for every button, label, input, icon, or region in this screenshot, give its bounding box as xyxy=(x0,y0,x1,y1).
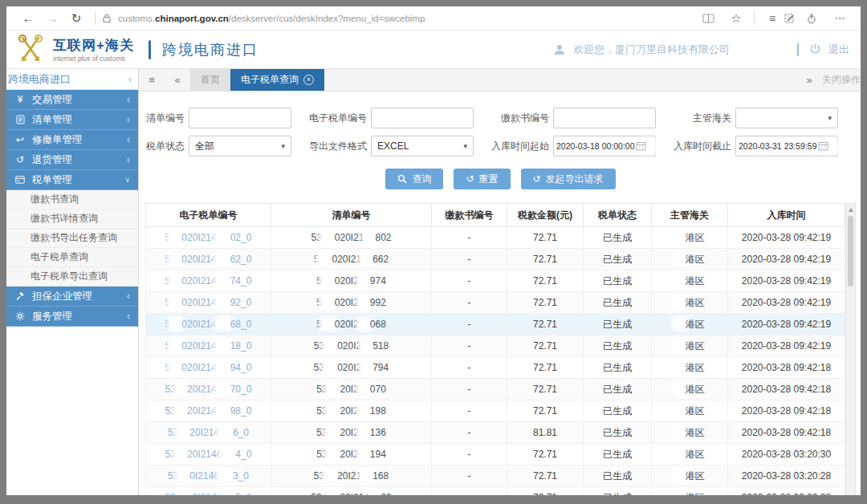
tab-etax-query[interactable]: 电子税单查询 × xyxy=(230,69,324,91)
list-number: 5020I2992 xyxy=(316,297,386,308)
forward-icon[interactable]: → xyxy=(40,11,64,25)
calendar-icon[interactable] xyxy=(636,141,646,151)
web-note-icon[interactable] xyxy=(784,13,806,24)
redacted-blur xyxy=(327,493,340,495)
table-row[interactable]: 5340I21465_053420I21466-72.71已生成港区2020-0… xyxy=(146,487,845,496)
table-row[interactable]: 5320I2146_05320I2136-81.81已生成港区2020-03-2… xyxy=(146,422,845,444)
sidebar-item[interactable]: ↩修撤单管理‹ xyxy=(6,130,138,150)
etax-number-link[interactable]: 5320I21470_0 xyxy=(165,384,252,395)
table-row[interactable]: 5320I21464_05320I2194-72.71已生成港区2020-03-… xyxy=(146,444,845,465)
etax-number-link[interactable]: 5320I21464_0 xyxy=(165,449,252,460)
address-bar[interactable]: customs.chinaport.gov.cn/deskserver/cus/… xyxy=(118,14,425,23)
sidebar-item[interactable]: 服务管理‹ xyxy=(6,307,138,327)
menu-toggle-icon[interactable]: ≡ xyxy=(139,69,165,91)
table-row[interactable]: 5020I21492_05020I2992-72.71已生成港区2020-03-… xyxy=(146,292,845,314)
query-button[interactable]: 查询 xyxy=(385,169,443,189)
redacted-blur xyxy=(217,298,230,307)
sidebar-subitem[interactable]: 缴款书查询 xyxy=(6,190,138,209)
sidebar-item[interactable]: 清单管理‹ xyxy=(6,110,138,130)
more-icon[interactable]: ⋯ xyxy=(828,12,851,24)
table-row[interactable]: 5020I21474_05020I2974-72.71已生成港区2020-03-… xyxy=(146,270,845,292)
etax-number-link[interactable]: 5020I21402_0 xyxy=(165,232,252,243)
return-icon: ↺ xyxy=(14,154,26,165)
yen-icon: ¥ xyxy=(14,94,26,105)
table-row[interactable]: 5020I21468_05020I2068-72.71已生成港区2020-03-… xyxy=(146,314,845,335)
etax-number-link[interactable]: 5020I21462_0 xyxy=(165,254,252,265)
tab-close-icon[interactable]: × xyxy=(303,75,314,85)
calendar-icon[interactable] xyxy=(818,141,828,151)
select-dropdown[interactable]: EXCEL▾ xyxy=(371,136,474,156)
field-label: 缴款书编号 xyxy=(501,112,549,125)
export-request-button[interactable]: ↺发起导出请求 xyxy=(521,169,616,189)
etax-number-link[interactable]: 5320I21498_0 xyxy=(165,405,252,417)
undo-icon: ↩ xyxy=(14,134,26,145)
customs-cell: 港区 xyxy=(652,487,728,496)
table-row[interactable]: 5020I21494_053020I2794-72.71已生成港区2020-03… xyxy=(146,357,845,379)
sidebar-item[interactable]: ¥交易管理‹ xyxy=(6,90,138,110)
datetime-input[interactable]: 2020-03-18 00:00:00 xyxy=(553,136,656,156)
reading-view-icon[interactable] xyxy=(702,14,725,23)
chevron-left-icon: ‹ xyxy=(127,291,130,302)
table-row[interactable]: 5020I21418_053020I2518-72.71已生成港区2020-03… xyxy=(146,335,845,357)
refresh-icon[interactable]: ↻ xyxy=(64,11,88,26)
caret-down-icon: ▾ xyxy=(281,142,285,150)
text-input[interactable] xyxy=(553,108,656,128)
etax-number-link[interactable]: 5020I21418_0 xyxy=(165,340,252,352)
table-row[interactable]: 5320I21498_05320I2198-72.71已生成港区2020-03-… xyxy=(146,400,845,422)
customs-cell: 港区 xyxy=(652,465,728,487)
sidebar-item-label: 担保企业管理 xyxy=(32,290,92,303)
redacted-blur xyxy=(369,493,381,495)
column-header: 税单状态 xyxy=(584,204,652,227)
scrollbar-up-icon[interactable] xyxy=(846,204,855,215)
site-logo: 互联网+海关 internet plus of customs xyxy=(14,35,134,65)
scroll-tabs-right-icon[interactable]: » xyxy=(796,74,822,86)
datetime-input[interactable]: 2020-03-31 23:59:59 xyxy=(735,136,838,156)
table-row[interactable]: 530I21463_05320I21168-72.71已生成港区2020-03-… xyxy=(146,465,845,487)
etax-number-link[interactable]: 5020I21494_0 xyxy=(165,362,252,373)
etax-number-link[interactable]: 5020I21468_0 xyxy=(165,319,252,330)
chevron-left-icon: ‹ xyxy=(127,311,130,322)
table-row[interactable]: 5020I21462_05020I21662-72.71已生成港区2020-03… xyxy=(146,249,845,270)
scroll-tabs-left-icon[interactable]: « xyxy=(165,69,190,91)
favorites-star-icon[interactable]: ☆ xyxy=(725,11,747,26)
reset-button[interactable]: ↺重置 xyxy=(454,169,510,189)
field-label: 导出文件格式 xyxy=(309,140,367,153)
sidebar-subitem[interactable]: 缴款书详情查询 xyxy=(6,209,138,229)
customs-cell: 港区 xyxy=(652,292,728,314)
sidebar-item[interactable]: 担保企业管理‹ xyxy=(6,287,138,307)
text-input[interactable] xyxy=(371,108,474,128)
field-label: 主管海关 xyxy=(693,112,731,125)
table-scrollbar[interactable] xyxy=(845,203,856,495)
redacted-blur xyxy=(327,428,340,437)
list-number: 5020I21662 xyxy=(314,254,389,265)
share-icon[interactable] xyxy=(806,13,828,24)
tab-home[interactable]: 首页 xyxy=(190,69,230,91)
sidebar-subitem[interactable]: 电子税单导出查询 xyxy=(6,267,138,287)
redacted-blur xyxy=(222,493,235,495)
sidebar-item[interactable]: ↺退货管理‹ xyxy=(6,150,138,170)
hub-icon[interactable]: ≡ xyxy=(761,12,784,25)
etax-number-link[interactable]: 5020I21474_0 xyxy=(165,275,252,287)
sidebar-collapse-icon[interactable]: ‹ xyxy=(128,74,132,85)
table-row[interactable]: 5020I21402_053020I21802-72.71已生成港区2020-0… xyxy=(146,227,845,249)
table-row[interactable]: 5320I21470_05320I2070-72.71已生成港区2020-03-… xyxy=(146,379,845,400)
sidebar-subitem[interactable]: 缴款书导出任务查询 xyxy=(6,229,138,248)
back-icon[interactable]: ← xyxy=(16,11,40,25)
customs-cell: 港区 xyxy=(652,335,728,357)
field-label: 电子税单编号 xyxy=(309,112,367,125)
scrollbar-thumb[interactable] xyxy=(848,216,853,287)
logout-button[interactable]: 退出 xyxy=(828,43,849,57)
close-operations-button[interactable]: 关闭操作 xyxy=(822,73,861,87)
etax-number-link[interactable]: 5320I2146_0 xyxy=(168,427,249,438)
form-field: 入库时间起始2020-03-18 00:00:00 xyxy=(491,136,674,156)
etax-number-link[interactable]: 5340I21465_0 xyxy=(165,492,252,495)
select-dropdown[interactable]: 全部▾ xyxy=(189,136,291,156)
etax-number-link[interactable]: 530I21463_0 xyxy=(168,470,249,482)
sidebar-subitem[interactable]: 电子税单查询 xyxy=(6,248,138,267)
sidebar-item[interactable]: 税单管理∨ xyxy=(6,170,138,190)
text-input[interactable] xyxy=(189,108,291,128)
etax-number-link[interactable]: 5020I21492_0 xyxy=(165,297,252,308)
customs-cell: 港区 xyxy=(652,379,728,400)
power-icon[interactable] xyxy=(809,43,821,55)
select-dropdown[interactable]: ▾ xyxy=(735,108,838,128)
